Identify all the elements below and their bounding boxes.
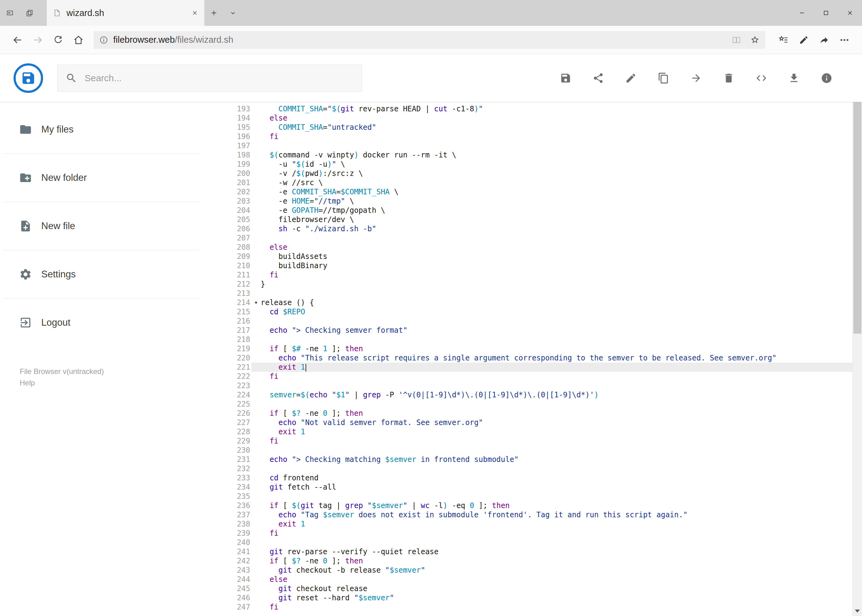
code-text[interactable]: buildBinary bbox=[261, 261, 328, 270]
code-line[interactable]: 231 echo "> Checking matching $semver in… bbox=[217, 455, 853, 464]
refresh-button[interactable] bbox=[48, 30, 68, 50]
code-line[interactable]: 206 sh -c "./wizard.sh -b" bbox=[217, 224, 853, 233]
code-text[interactable]: git checkout -b release "$semver" bbox=[261, 566, 425, 575]
save-button[interactable] bbox=[560, 72, 572, 84]
more-options-button[interactable] bbox=[834, 30, 855, 50]
maximize-button[interactable] bbox=[814, 0, 838, 26]
code-text[interactable]: -v /$(pwd):/src:z \ bbox=[261, 169, 363, 178]
code-text[interactable]: -w //src \ bbox=[261, 178, 323, 187]
tab-wizard-sh[interactable]: wizard.sh bbox=[47, 0, 204, 26]
code-text[interactable]: -e GOPATH=//tmp/gopath \ bbox=[261, 206, 385, 215]
code-text[interactable]: git checkout release bbox=[261, 584, 367, 593]
hub-favorites-button[interactable] bbox=[773, 30, 794, 50]
code-text[interactable]: else bbox=[261, 113, 287, 123]
sidebar-item-my-files[interactable]: My files bbox=[0, 105, 217, 154]
tab-close-icon[interactable] bbox=[191, 9, 198, 16]
code-text[interactable]: if [ $? -ne 0 ]; then bbox=[261, 409, 363, 418]
code-line[interactable]: 209 buildAssets bbox=[217, 252, 853, 261]
code-line[interactable]: 227 echo "Not valid semver format. See s… bbox=[217, 418, 853, 427]
code-line[interactable]: 226 if [ $? -ne 0 ]; then bbox=[217, 409, 853, 418]
code-text[interactable]: else bbox=[261, 243, 287, 252]
code-text[interactable]: COMMIT_SHA="untracked" bbox=[261, 123, 377, 132]
close-button[interactable] bbox=[838, 0, 862, 26]
search-input[interactable] bbox=[85, 73, 354, 83]
code-line[interactable]: 228 exit 1 bbox=[217, 427, 853, 437]
code-line[interactable]: 193 COMMIT_SHA="$(git rev-parse HEAD | c… bbox=[217, 104, 853, 113]
code-line[interactable]: 237 echo "Tag $semver does not exist in … bbox=[217, 510, 853, 519]
code-line[interactable]: 203 -e HOME="//tmp" \ bbox=[217, 196, 853, 206]
code-line[interactable]: 223 bbox=[217, 381, 853, 390]
code-text[interactable]: git rev-parse --verify --quiet release bbox=[261, 547, 438, 556]
sidebar-item-new-file[interactable]: New file bbox=[0, 202, 217, 250]
code-text[interactable]: echo "This release script requires a sin… bbox=[261, 354, 777, 363]
code-line[interactable]: 196 fi bbox=[217, 132, 853, 141]
forward-button[interactable] bbox=[28, 30, 48, 50]
code-line[interactable]: 246 git reset --hard "$semver" bbox=[217, 593, 853, 602]
code-line[interactable]: 239 fi bbox=[217, 529, 853, 538]
code-text[interactable]: -e COMMIT_SHA=$COMMIT_SHA \ bbox=[261, 187, 399, 196]
code-text[interactable]: semver=$(echo "$1" | grep -P '^v(0|[1-9]… bbox=[261, 390, 599, 399]
code-line[interactable]: 204 -e GOPATH=//tmp/gopath \ bbox=[217, 206, 853, 215]
tab-list-chevron-button[interactable] bbox=[224, 0, 243, 26]
code-line[interactable]: 199 -u "$(id -u)" \ bbox=[217, 160, 853, 169]
sidebar-item-new-folder[interactable]: New folder bbox=[0, 154, 217, 202]
code-text[interactable]: else bbox=[261, 575, 287, 584]
code-line[interactable]: 217 echo "> Checking semver format" bbox=[217, 326, 853, 335]
code-line[interactable]: 197 bbox=[217, 141, 853, 150]
code-line[interactable]: 210 buildBinary bbox=[217, 261, 853, 270]
code-text[interactable]: -e HOME="//tmp" \ bbox=[261, 196, 354, 206]
code-text[interactable]: echo "Not valid semver format. See semve… bbox=[261, 418, 483, 427]
code-editor[interactable]: 193 COMMIT_SHA="$(git rev-parse HEAD | c… bbox=[217, 102, 853, 616]
code-text[interactable]: exit 1 bbox=[261, 519, 305, 529]
help-link[interactable]: Help bbox=[20, 377, 217, 388]
address-bar[interactable]: filebrowser.web/files/wizard.sh bbox=[93, 31, 765, 49]
code-text[interactable]: COMMIT_SHA="$(git rev-parse HEAD | cut -… bbox=[261, 104, 483, 113]
tab-preview-button[interactable] bbox=[0, 0, 20, 26]
code-line[interactable]: 241 git rev-parse --verify --quiet relea… bbox=[217, 547, 853, 556]
code-text[interactable]: sh -c "./wizard.sh -b" bbox=[261, 224, 377, 233]
code-line[interactable]: 236 if [ $(git tag | grep "$semver" | wc… bbox=[217, 501, 853, 510]
code-text[interactable]: cd frontend bbox=[261, 473, 318, 482]
rename-button[interactable] bbox=[625, 72, 637, 84]
code-line[interactable]: 221 exit 1 bbox=[217, 363, 853, 372]
code-line[interactable]: 208 else bbox=[217, 243, 853, 252]
code-line[interactable]: 224 semver=$(echo "$1" | grep -P '^v(0|[… bbox=[217, 390, 853, 399]
scrollbar-thumb[interactable] bbox=[853, 64, 861, 334]
code-line[interactable]: 240 bbox=[217, 538, 853, 547]
code-line[interactable]: 242 if [ $? -ne 0 ]; then bbox=[217, 556, 853, 566]
code-line[interactable]: 213 bbox=[217, 289, 853, 298]
code-line[interactable]: 198 $(command -v winpty) docker run --rm… bbox=[217, 150, 853, 160]
code-line[interactable]: 212} bbox=[217, 280, 853, 289]
code-line[interactable]: 243 git checkout -b release "$semver" bbox=[217, 566, 853, 575]
move-button[interactable] bbox=[690, 72, 702, 84]
code-line[interactable]: 220 echo "This release script requires a… bbox=[217, 354, 853, 363]
info-button[interactable] bbox=[821, 72, 832, 84]
fold-arrow-icon[interactable]: ▼ bbox=[254, 300, 258, 305]
code-text[interactable]: buildAssets bbox=[261, 252, 328, 261]
code-line[interactable]: 216 bbox=[217, 316, 853, 326]
code-text[interactable]: exit 1 bbox=[261, 427, 305, 437]
code-line[interactable]: 222 fi bbox=[217, 372, 853, 381]
code-text[interactable]: if [ $? -ne 0 ]; then bbox=[261, 556, 363, 566]
scrollbar-down-arrow[interactable] bbox=[853, 606, 862, 616]
code-text[interactable]: fi bbox=[261, 270, 279, 280]
code-line[interactable]: 207 bbox=[217, 233, 853, 243]
code-text[interactable]: if [ $(git tag | grep "$semver" | wc -l)… bbox=[261, 501, 510, 510]
copy-button[interactable] bbox=[658, 72, 669, 84]
search-box[interactable] bbox=[57, 64, 362, 92]
code-line[interactable]: 201 -w //src \ bbox=[217, 178, 853, 187]
sidebar-item-logout[interactable]: Logout bbox=[0, 299, 217, 347]
code-text[interactable]: fi bbox=[261, 372, 279, 381]
code-line[interactable]: 215 cd $REPO bbox=[217, 307, 853, 316]
favorite-star-button[interactable] bbox=[750, 35, 760, 45]
minimize-button[interactable] bbox=[790, 0, 814, 26]
home-button[interactable] bbox=[68, 30, 89, 50]
code-line[interactable]: 211 fi bbox=[217, 270, 853, 280]
code-line[interactable]: 230 bbox=[217, 446, 853, 455]
code-line[interactable]: 234 git fetch --all bbox=[217, 482, 853, 492]
code-line[interactable]: 218 bbox=[217, 335, 853, 344]
code-text[interactable]: git reset --hard "$semver" bbox=[261, 593, 394, 602]
code-line[interactable]: 202 -e COMMIT_SHA=$COMMIT_SHA \ bbox=[217, 187, 853, 196]
code-line[interactable]: 214▼release () { bbox=[217, 298, 853, 307]
code-text[interactable]: echo "Tag $semver does not exist in subm… bbox=[261, 510, 687, 519]
